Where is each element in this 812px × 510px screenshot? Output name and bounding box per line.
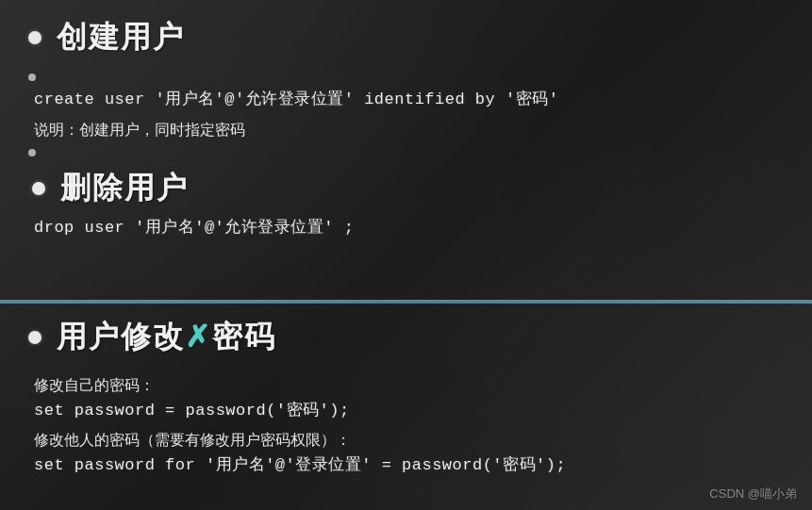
delete-user-heading: 删除用户	[32, 168, 784, 209]
create-user-heading: 创建用户	[28, 17, 784, 58]
delete-user-code-line: drop user '用户名'@'允许登录位置' ;	[34, 215, 784, 242]
other-password-code: set password for '用户名'@'登录位置' = password…	[34, 452, 784, 480]
change-password-code-block: 修改自己的密码： set password = password('密码'); …	[34, 373, 784, 480]
decorative-row-1	[28, 74, 784, 81]
delete-user-code-block: drop user '用户名'@'允许登录位置' ;	[34, 215, 784, 242]
create-user-description: 说明：创建用户，同时指定密码	[34, 118, 784, 142]
chalkboard-background: 创建用户 create user '用户名'@'允许登录位置' identifi…	[0, 0, 812, 510]
own-password-desc: 修改自己的密码：	[34, 373, 784, 398]
delete-user-title: 删除用户	[60, 168, 189, 209]
change-password-heading: 用户修改✗密码	[28, 317, 784, 358]
small-dot-1	[28, 74, 36, 81]
top-section: 创建用户 create user '用户名'@'允许登录位置' identifi…	[0, 0, 812, 302]
small-dot-2	[28, 149, 36, 156]
create-user-title: 创建用户	[57, 17, 185, 58]
own-password-code: set password = password('密码');	[34, 398, 784, 425]
watermark-text: CSDN @喵小弟	[709, 486, 797, 501]
other-password-desc: 修改他人的密码（需要有修改用户密码权限）：	[34, 428, 784, 452]
create-user-bullet	[28, 31, 41, 44]
decorative-row-2	[28, 149, 784, 156]
create-user-code-line: create user '用户名'@'允许登录位置' identified by…	[34, 87, 784, 114]
delete-user-bullet	[32, 182, 45, 195]
change-password-highlight: ✗	[185, 320, 212, 354]
bottom-section: 用户修改✗密码 修改自己的密码： set password = password…	[0, 304, 812, 510]
change-password-title: 用户修改✗密码	[57, 317, 276, 358]
watermark: CSDN @喵小弟	[709, 485, 797, 502]
change-password-bullet	[28, 331, 41, 344]
create-user-code-block: create user '用户名'@'允许登录位置' identified by…	[34, 87, 784, 141]
